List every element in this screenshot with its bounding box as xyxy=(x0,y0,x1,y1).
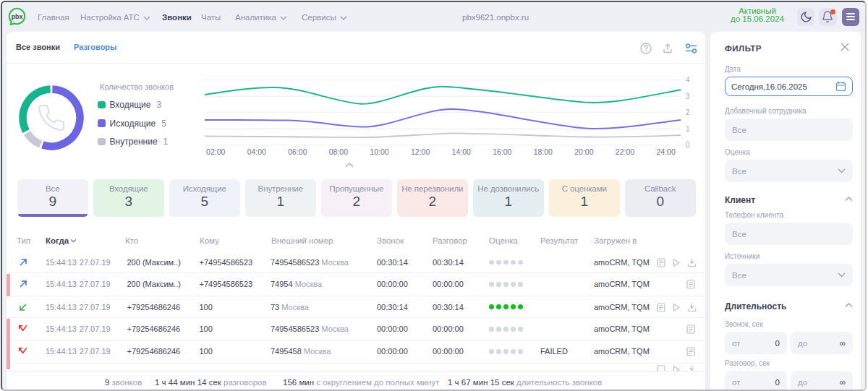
svg-text:pbx: pbx xyxy=(12,13,24,20)
